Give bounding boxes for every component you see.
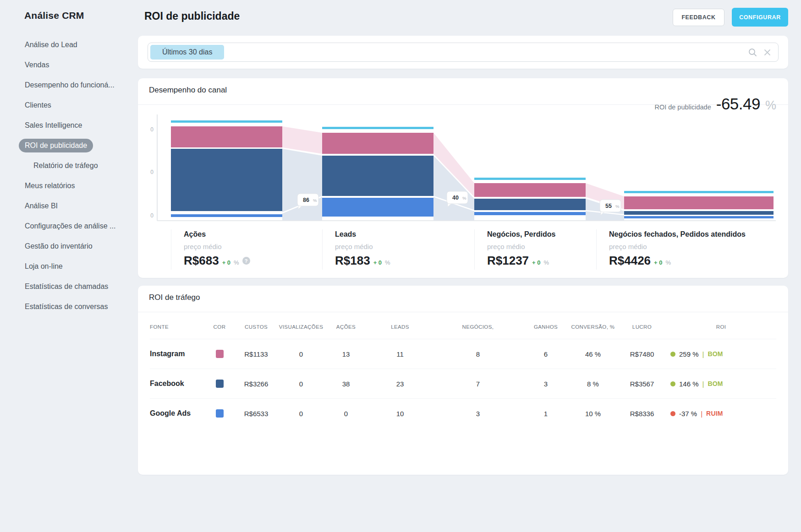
acoes-cell: 0 xyxy=(324,410,368,418)
stage-acoes: Açõespreço médioR$683+ 0%? xyxy=(171,229,318,270)
connector-pink xyxy=(282,126,322,154)
stage-change-unit: % xyxy=(234,259,239,266)
visualizacoes-cell: 0 xyxy=(278,410,324,418)
column-header-lucro: LUCRO xyxy=(618,324,666,330)
sidebar-item-loja-on-line[interactable]: Loja on-line xyxy=(0,256,124,277)
bar-pink[interactable] xyxy=(624,196,774,209)
bar-light-blue[interactable] xyxy=(171,214,282,217)
stage-price: R$683 xyxy=(184,254,219,268)
column-header-cor: COR xyxy=(205,324,234,330)
column-header-ganhos: GANHOS xyxy=(524,324,568,330)
sidebar-item-desempenho-do-funciona[interactable]: Desempenho do funcioná... xyxy=(0,75,124,95)
conversao-cell: 10 % xyxy=(568,410,618,418)
bar-blue[interactable] xyxy=(474,199,586,210)
sidebar-item-estatisticas-de-conversas[interactable]: Estatísticas de conversas xyxy=(0,297,124,317)
color-swatch xyxy=(216,380,224,388)
sidebar-item-meus-relatorios[interactable]: Meus relatórios xyxy=(0,176,124,196)
bar-light-blue[interactable] xyxy=(474,212,586,215)
stage-price: R$4426 xyxy=(609,254,651,268)
sidebar-item-roi-de-publicidade[interactable]: ROI de publicidade xyxy=(0,136,124,156)
table-row-facebook[interactable]: FacebookR$326603823738 %R$3567146 %|BOM xyxy=(150,369,776,398)
leads-cell: 23 xyxy=(368,380,432,388)
help-icon[interactable]: ? xyxy=(242,257,250,265)
sidebar-item-relatorio-de-trafego[interactable]: Relatório de tráfego xyxy=(0,156,124,176)
source-cell: Facebook xyxy=(150,380,205,388)
funnel-stage-footer: Açõespreço médioR$683+ 0%?Leadspreço méd… xyxy=(138,229,788,270)
active-pill: ROI de publicidade xyxy=(19,139,93,152)
column-header-conversao: CONVERSÃO, % xyxy=(568,324,618,330)
bar-cyan-line[interactable] xyxy=(171,120,282,123)
table-header-row: FONTECORCUSTOSVISUALIZAÇÕESAÇÕESLEADSNEG… xyxy=(150,315,776,339)
y-axis-tick: 0 xyxy=(150,169,154,175)
column-header-negocios: NEGÓCIOS, xyxy=(432,324,524,330)
stage-name: Negócios fechados, Pedidos atendidos xyxy=(609,230,779,239)
sidebar-item-analise-bi[interactable]: Análise BI xyxy=(0,196,124,216)
color-cell xyxy=(205,409,234,418)
roi-value: 259 % xyxy=(679,350,699,358)
sidebar-nav: Análise do LeadVendasDesempenho do funci… xyxy=(0,35,124,317)
color-cell xyxy=(205,380,234,388)
roi-cell: 146 %|BOM xyxy=(666,380,776,388)
bar-light-blue[interactable] xyxy=(624,216,774,218)
stage-leads: Leadspreço médioR$183+ 0% xyxy=(322,229,470,270)
roi-status: RUIM xyxy=(706,410,723,417)
roi-status: BOM xyxy=(708,350,723,358)
bar-blue[interactable] xyxy=(322,156,433,196)
sidebar-item-configuracoes-de-analise[interactable]: Configurações de análise ... xyxy=(0,216,124,236)
sidebar-item-sales-intelligence[interactable]: Sales Intelligence xyxy=(0,115,124,136)
custos-cell: R$3266 xyxy=(234,380,278,388)
bar-cyan-line[interactable] xyxy=(624,191,774,193)
bar-blue[interactable] xyxy=(171,149,282,211)
conversion-value: 55 xyxy=(605,203,612,209)
color-swatch xyxy=(216,409,224,418)
conversion-unit: % xyxy=(615,204,620,209)
visualizacoes-cell: 0 xyxy=(278,350,324,358)
table-row-google-ads[interactable]: Google AdsR$653300103110 %R$8336-37 %|RU… xyxy=(150,398,776,428)
custos-cell: R$6533 xyxy=(234,410,278,418)
stage-change: + 0 xyxy=(373,259,382,266)
roi-status: BOM xyxy=(708,380,723,387)
sidebar-item-estatisticas-de-chamadas[interactable]: Estatísticas de chamadas xyxy=(0,277,124,297)
roi-cell: -37 %|RUIM xyxy=(666,410,776,418)
configure-button[interactable]: CONFIGURAR xyxy=(732,8,788,27)
sidebar-item-clientes[interactable]: Clientes xyxy=(0,95,124,115)
filter-input[interactable]: Últimos 30 dias xyxy=(148,43,779,62)
bar-pink[interactable] xyxy=(322,133,433,154)
funnel-chart[interactable]: 00086%40%55% xyxy=(138,92,788,229)
bar-cyan-line[interactable] xyxy=(322,127,433,129)
color-swatch xyxy=(216,350,224,358)
search-icon[interactable] xyxy=(748,48,757,57)
sidebar-item-analise-do-lead[interactable]: Análise do Lead xyxy=(0,35,124,55)
custos-cell: R$1133 xyxy=(234,350,278,358)
clear-icon[interactable] xyxy=(763,48,772,57)
table-row-instagram[interactable]: InstagramR$1133013118646 %R$7480259 %|BO… xyxy=(150,339,776,369)
bar-light-blue[interactable] xyxy=(322,198,433,217)
app-title: Análise CRM xyxy=(24,10,124,21)
roi-separator: | xyxy=(702,350,704,358)
stage-price-label: preço médio xyxy=(184,243,318,250)
column-header-leads: LEADS xyxy=(368,324,432,330)
filter-card: Últimos 30 dias xyxy=(138,36,788,69)
sidebar-item-gestao-do-inventario[interactable]: Gestão do inventário xyxy=(0,236,124,256)
bar-pink[interactable] xyxy=(171,126,282,147)
column-header-acoes: AÇÕES xyxy=(324,324,368,330)
stage-change: + 0 xyxy=(532,259,540,266)
negocios-cell: 3 xyxy=(432,410,524,418)
feedback-button[interactable]: FEEDBACK xyxy=(673,9,724,26)
stage-price-label: preço médio xyxy=(609,243,779,250)
divider xyxy=(138,312,788,312)
column-header-roi: ROI xyxy=(666,324,776,330)
y-axis-tick: 0 xyxy=(150,126,154,133)
funnel-svg: 00086%40%55% xyxy=(138,92,788,229)
bar-blue[interactable] xyxy=(624,211,774,215)
sidebar-item-vendas[interactable]: Vendas xyxy=(0,55,124,75)
negocios-cell: 8 xyxy=(432,350,524,358)
bar-cyan-line[interactable] xyxy=(474,178,586,180)
stage-change: + 0 xyxy=(654,259,662,266)
bar-pink[interactable] xyxy=(474,183,586,197)
stage-name: Leads xyxy=(335,230,470,239)
roi-status-dot xyxy=(670,381,675,386)
sidebar: Análise CRM Análise do LeadVendasDesempe… xyxy=(0,0,124,317)
ganhos-cell: 1 xyxy=(524,410,568,418)
date-range-chip[interactable]: Últimos 30 dias xyxy=(150,45,224,60)
